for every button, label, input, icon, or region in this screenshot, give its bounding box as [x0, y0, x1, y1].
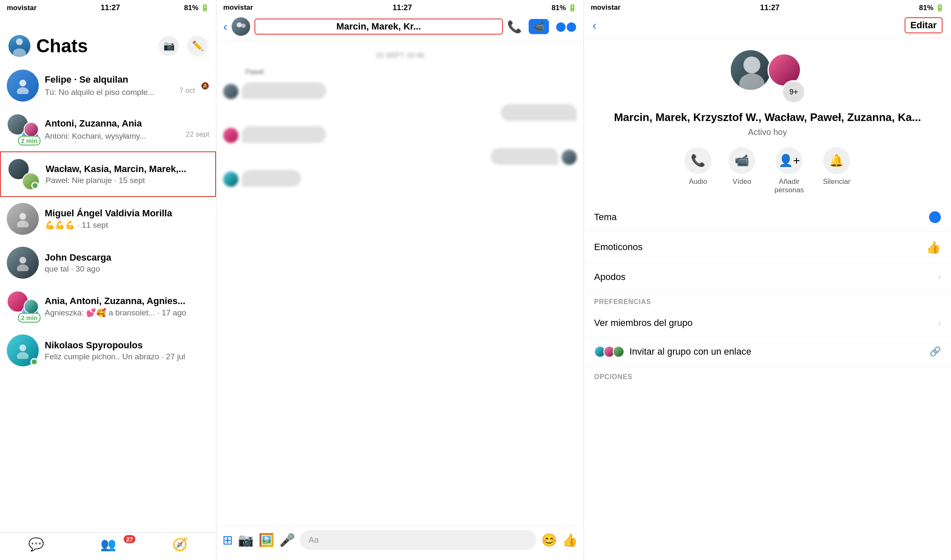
settings-row-invitar[interactable]: Invitar al grupo con un enlace 🔗	[584, 337, 951, 366]
msg-row-5	[223, 170, 577, 187]
chat-content-3: Wacław, Kasia, Marcin, Marek,... Paweł: …	[46, 164, 208, 185]
online-dot-7	[30, 358, 38, 366]
emoticonos-right: 👍	[926, 240, 941, 254]
msg-row-1	[223, 82, 577, 99]
apodos-right: ›	[938, 272, 941, 283]
chat-meta-2: Antoni: Kochani, wysyłamy... 22 sept	[45, 130, 209, 141]
video-icon: 📹	[533, 21, 545, 32]
chat-content-4: Miguel Ángel Valdivia Morilla 💪💪💪 · 11 s…	[45, 208, 209, 230]
settings-row-apodos[interactable]: Apodos ›	[584, 263, 951, 291]
mute-icon-felipe: 🔕	[201, 82, 209, 90]
mute-label: Silenciar	[823, 178, 850, 186]
phone-call-button[interactable]: 📞	[507, 20, 522, 34]
settings-row-emoticonos[interactable]: Emoticonos 👍	[584, 232, 951, 263]
user-avatar[interactable]	[8, 35, 30, 57]
time-right: 11:27	[760, 3, 780, 12]
msg-avatar-4	[562, 150, 577, 165]
chat-preview-3: Paweł: Nie planuje · 15 sept	[46, 176, 208, 185]
conv-header-title: Marcin, Marek, Kr...	[254, 19, 503, 35]
settings-row-miembros[interactable]: Ver miembros del grupo ›	[584, 309, 951, 337]
msg-bubble-5	[242, 170, 301, 187]
thumbs-up-send-icon[interactable]: 👍	[562, 533, 578, 547]
add-label: Añadir personas	[772, 178, 806, 194]
tab-discover[interactable]: 🧭	[144, 537, 216, 552]
chat-item-waclaw[interactable]: Wacław, Kasia, Marcin, Marek,... Paweł: …	[0, 151, 216, 197]
action-mute[interactable]: 🔔 Silenciar	[823, 147, 850, 194]
camera-button[interactable]: 📷	[159, 36, 179, 56]
group-avatar-stack: 9+	[729, 49, 805, 104]
chat-item-miguel[interactable]: Miguel Ángel Valdivia Morilla 💪💪💪 · 11 s…	[0, 197, 216, 241]
message-input[interactable]: Aa	[300, 530, 536, 550]
video-call-button[interactable]: 📹	[529, 19, 549, 34]
chat-preview-felipe: Tú: No alquilo el piso comple...	[45, 88, 154, 97]
chats-header: Chats 📷 ✏️	[0, 14, 216, 64]
tab-chats[interactable]: 💬	[0, 537, 72, 552]
battery-middle: 81% 🔋	[551, 3, 577, 12]
chat-item-felipe[interactable]: Felipe · Se alquilan Tú: No alquilo el p…	[0, 64, 216, 108]
emoji-icon[interactable]: 😊	[541, 533, 557, 547]
edit-button[interactable]: Editar	[905, 17, 943, 33]
tema-blue-dot	[929, 211, 941, 223]
msg-bubble-4	[491, 148, 558, 165]
thumbs-up-icon: 👍	[926, 240, 941, 254]
chat-list: Felipe · Se alquilan Tú: No alquilo el p…	[0, 64, 216, 532]
chat-content-2: Antoni, Zuzanna, Ania Antoni: Kochani, w…	[45, 118, 209, 141]
group-avatar-main	[729, 49, 772, 91]
carrier-middle: movistar	[223, 3, 253, 12]
group-status: Activo hoy	[584, 127, 951, 137]
tab-people[interactable]: 👥 27	[72, 537, 144, 552]
invitar-left: Invitar al grupo con un enlace	[594, 346, 751, 358]
panel-info: movistar 11:27 81% 🔋 ‹ Editar 9+ Marcin,…	[584, 0, 951, 560]
msg-row-3	[223, 126, 577, 143]
battery-right: 81% 🔋	[919, 3, 944, 12]
msg-avatar-5	[223, 172, 238, 187]
chat-avatar-wrap-2: 2 min	[7, 113, 39, 145]
audio-label: Audio	[689, 178, 707, 186]
bottom-tabs: 💬 👥 27 🧭	[0, 532, 216, 560]
info-actions: 📞 Audio 📹 Vídeo 👤+ Añadir personas 🔔 Sil…	[584, 137, 951, 203]
camera-input-icon[interactable]: 📷	[238, 533, 254, 547]
compose-button[interactable]: ✏️	[187, 36, 208, 56]
video-action-circle: 📹	[728, 147, 755, 174]
chat-avatar-wrap-7	[7, 334, 39, 366]
apps-icon[interactable]: ⊞	[222, 533, 233, 547]
image-icon[interactable]: 🖼️	[259, 533, 274, 547]
chat-item-antoni[interactable]: 2 min Antoni, Zuzanna, Ania Antoni: Koch…	[0, 108, 216, 151]
tema-right	[929, 211, 941, 223]
action-add-person[interactable]: 👤+ Añadir personas	[772, 147, 806, 194]
conv-group-avatar	[232, 17, 250, 36]
chat-item-ania[interactable]: 2 min Ania, Antoni, Zuzanna, Agnies... A…	[0, 285, 216, 328]
conv-back-button[interactable]: ‹	[223, 19, 227, 34]
miembros-label: Ver miembros del grupo	[594, 318, 693, 328]
chats-header-left: Chats	[8, 35, 88, 57]
mic-icon[interactable]: 🎤	[279, 533, 295, 547]
chat-name-felipe: Felipe · Se alquilan	[45, 74, 195, 85]
opciones-section: OPCIONES	[584, 366, 951, 384]
action-audio[interactable]: 📞 Audio	[684, 147, 711, 194]
carrier-right: movistar	[591, 3, 621, 12]
msg-bubble-3	[242, 126, 326, 143]
chat-preview-4: 💪💪💪 · 11 sept	[45, 220, 209, 230]
chat-name-4: Miguel Ángel Valdivia Morilla	[45, 208, 209, 219]
video-icon-2: 📹	[735, 153, 749, 167]
svg-point-0	[19, 80, 26, 86]
compose-icon: ✏️	[192, 40, 203, 51]
chat-item-nikolaos[interactable]: Nikolaos Spyropoulos Feliz cumple pichon…	[0, 328, 216, 372]
group-avatar-more: 9+	[782, 80, 805, 104]
chat-item-john[interactable]: John Descarga que tal · 30 ago	[0, 241, 216, 285]
svg-point-5	[17, 264, 29, 271]
settings-row-tema[interactable]: Tema	[584, 203, 951, 232]
chat-avatar-wrap-3	[8, 158, 40, 190]
info-back-button[interactable]: ‹	[592, 18, 597, 32]
miembros-right: ›	[938, 318, 941, 328]
facetime-dots-icon: ⬤⬤	[556, 21, 577, 32]
tiny-avatars	[594, 346, 624, 358]
svg-point-3	[17, 221, 29, 227]
status-bar-right: movistar 11:27 81% 🔋	[584, 0, 951, 14]
svg-point-9	[241, 24, 246, 28]
action-video[interactable]: 📹 Vídeo	[728, 147, 755, 194]
chat-name-7: Nikolaos Spyropoulos	[45, 340, 209, 351]
bell-icon: 🔔	[829, 153, 844, 167]
chat-avatar-wrap-6: 2 min	[7, 291, 39, 323]
messages-area: 15 SEPT 10:46 Paweł	[216, 41, 584, 525]
